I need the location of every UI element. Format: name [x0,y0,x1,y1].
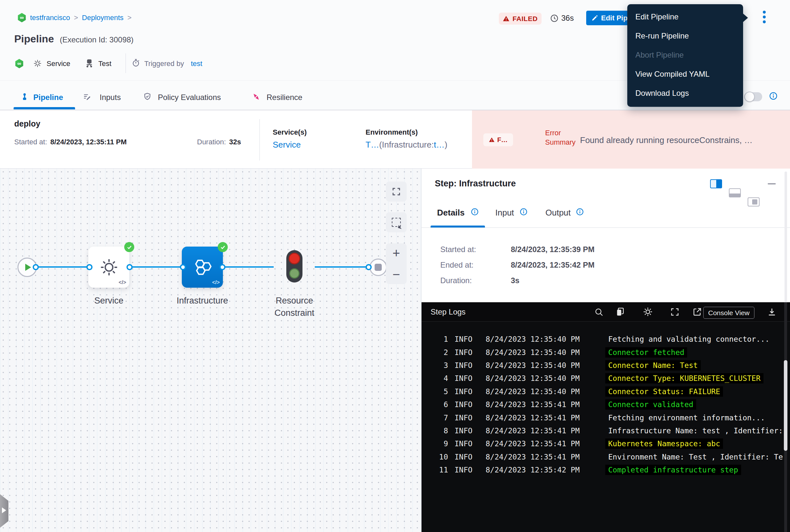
error-status-pill: F… [483,133,513,146]
log-row: 2 INFO 8/24/2023 12:35:40 PM Connector f… [430,346,785,359]
play-icon [25,264,31,271]
menu-item[interactable]: Abort Pipeline [627,45,743,64]
layout-panel-icon[interactable] [748,197,759,207]
status-badge-failed: FAILED [499,13,542,24]
divider [126,53,126,73]
panel-scrollbar-track[interactable] [785,171,787,302]
minimize-panel-icon[interactable] [768,183,776,185]
stop-icon [374,264,382,271]
console-scrollbar-thumb[interactable] [784,360,787,451]
log-rows: 1 INFO 8/24/2023 12:35:40 PM Fetching an… [422,322,785,476]
connector-point [219,264,226,270]
end-node[interactable] [369,259,387,276]
expand-panel-handle[interactable] [0,494,8,528]
menu-pointer-notch [743,14,748,22]
fullscreen-icon[interactable] [670,307,680,317]
menu-item[interactable]: Download Logs [627,83,743,102]
connector-point [86,264,93,270]
service-link[interactable]: Service [273,140,301,150]
node-service[interactable]: </> [88,247,129,288]
pipeline-graph-canvas[interactable]: </> Service </> Infrastructure [0,169,421,532]
traffic-light-red-icon [289,253,300,264]
log-row: 6 INFO 8/24/2023 12:35:41 PM Connector v… [430,398,785,411]
connector-point [127,264,133,270]
tab-details[interactable]: Details [437,208,465,218]
info-icon[interactable] [520,208,528,216]
copy-icon[interactable] [615,307,625,317]
log-settings-gear-icon[interactable] [642,306,653,317]
node-resource-constraint[interactable] [286,250,303,283]
duration-label: Duration: [197,138,226,146]
error-summary-message: Found already running resourceConstrains… [580,135,752,145]
menu-item[interactable]: Re-run Pipeline [627,26,743,45]
environment-name[interactable]: Test [98,59,111,68]
canvas-select-button[interactable] [386,212,407,232]
step-details-panel: Step: Infrastructure Details Input Outpu… [421,169,790,532]
code-glyph: </> [212,280,220,285]
zoom-in-button[interactable]: + [392,247,400,260]
breadcrumb-project-link[interactable]: testfrancisco [30,14,70,22]
connector-line [315,266,369,268]
inputs-tab-icon [83,93,91,101]
resilience-tab-icon [252,93,261,101]
node-infrastructure[interactable]: </> [182,247,223,288]
layout-right-split-icon[interactable] [710,179,722,188]
infrastructure-link[interactable]: t… [434,140,444,150]
tab-output[interactable]: Output [545,208,571,218]
connector-point [180,264,186,270]
tab-resilience[interactable]: Resilience [267,93,303,102]
info-icon[interactable] [471,208,479,216]
right-triangle-icon [2,508,6,513]
menu-items: Edit Pipeline Re-run Pipeline Abort Pipe… [627,7,743,102]
step-logs-console: Step Logs Console View [422,302,790,532]
node-label-resource-constraint: Resource Constraint [259,294,330,319]
started-at-label: Started at: [14,138,47,146]
pipeline-tab-icon [20,93,29,101]
environment-link[interactable]: T… [366,140,379,150]
tab-pipeline[interactable]: Pipeline [33,93,63,102]
warning-triangle-icon [503,15,509,22]
environment-value: T… (Infrastructure: t… ) [366,140,447,150]
log-row: 1 INFO 8/24/2023 12:35:40 PM Fetching an… [430,332,785,346]
view-toggle[interactable] [744,92,762,101]
stage-name[interactable]: deploy [14,119,40,129]
triggered-by-user-link[interactable]: test [191,59,202,68]
connector-point [33,264,39,270]
error-summary-label: Error Summary [545,128,576,147]
canvas-fullscreen-button[interactable] [386,182,407,202]
field-row: Duration: 3s [422,273,713,288]
layout-bottom-split-icon[interactable] [729,188,741,197]
zoom-out-button[interactable]: − [392,268,400,281]
pipeline-execution-page: ∞ testfrancisco > Deployments > Pipeline… [0,0,790,532]
menu-item[interactable]: View Compiled YAML [627,64,743,83]
log-row: 8 INFO 8/24/2023 12:35:41 PM Infrastruct… [430,424,785,437]
more-options-kebab-icon[interactable] [760,11,768,27]
infrastructure-hexagons-icon [192,257,213,277]
field-row: Ended at: 8/24/2023, 12:35:42 PM [422,257,713,273]
service-name[interactable]: Service [46,59,70,68]
tab-inputs[interactable]: Inputs [100,93,121,102]
search-icon[interactable] [594,307,604,317]
log-row: 11 INFO 8/24/2023 12:35:42 PM Completed … [430,463,785,476]
breadcrumb: ∞ testfrancisco > Deployments > [18,13,132,22]
tab-policy-evaluations[interactable]: Policy Evaluations [158,93,221,102]
harness-cd-logo-icon: ∞ [18,13,26,22]
info-icon[interactable] [576,208,584,216]
log-row: 10 INFO 8/24/2023 12:35:41 PM Environmen… [430,451,785,463]
breadcrumb-deployments-link[interactable]: Deployments [82,14,123,22]
console-view-button[interactable]: Console View [703,307,754,319]
tab-input[interactable]: Input [495,208,514,218]
services-label: Service(s) [273,128,307,136]
open-in-new-tab-icon[interactable] [692,307,702,317]
canvas-zoom-control: + − [386,243,407,284]
log-row: 9 INFO 8/24/2023 12:35:41 PM Kubernetes … [430,437,785,450]
info-icon[interactable] [769,92,778,100]
node-label-infrastructure: Infrastructure [174,294,231,307]
download-logs-icon[interactable] [767,307,777,317]
success-check-badge [124,242,134,252]
code-glyph: </> [119,280,126,285]
duration-value: 32s [229,138,241,146]
log-row: 5 INFO 8/24/2023 12:35:40 PM Connector S… [430,385,785,398]
menu-item[interactable]: Edit Pipeline [627,7,743,26]
clock-icon [550,14,559,23]
